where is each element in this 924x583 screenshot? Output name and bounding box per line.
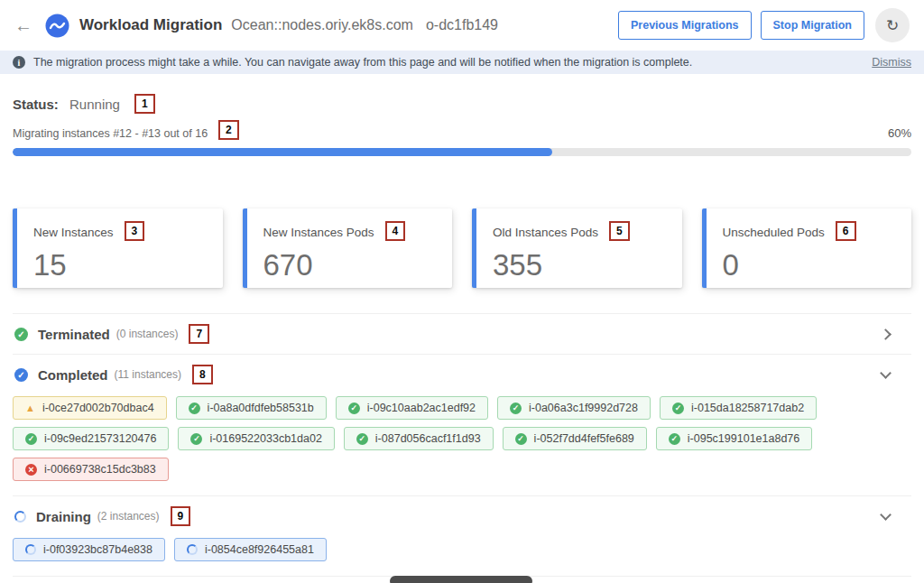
instance-id: i-0ce27d002b70dbac4 (42, 402, 154, 414)
annotation-marker: 6 (836, 221, 856, 241)
spinner-icon (187, 544, 198, 555)
migrating-instances-text: Migrating instances #12 - #13 out of 16 (13, 127, 208, 140)
spinner-icon (25, 544, 36, 555)
migration-id: o-dc1fb149 (426, 17, 498, 33)
progress-bar-fill (13, 148, 552, 156)
card-label: Old Instances Pods (493, 226, 598, 239)
instance-id: i-0a8a0dfdfeb58531b (208, 402, 314, 414)
check-circle-icon: ✓ (14, 328, 28, 341)
annotation-marker: 3 (125, 221, 145, 241)
success-icon: ✓ (669, 433, 680, 445)
section-draining: Draining (2 instances) 9 i-0f03923bc87b4… (13, 495, 911, 576)
status-label: Status: (13, 97, 59, 112)
card-value: 0 (723, 248, 896, 282)
success-icon: ✓ (356, 433, 368, 445)
instance-sections: ✓ Terminated (0 instances) 7 ✓ Completed… (13, 313, 911, 583)
stat-cards: New Instances3 15 New Instances Pods4 67… (13, 208, 911, 288)
annotation-marker: 2 (218, 120, 239, 140)
success-icon: ✓ (515, 433, 527, 445)
progress-bar (13, 148, 911, 156)
page-title: Workload Migration (79, 16, 222, 34)
status-value: Running (69, 97, 120, 112)
banner-text: The migration process might take a while… (33, 56, 692, 69)
instance-id: i-052f7dd4fef5fe689 (534, 432, 634, 445)
section-completed: ✓ Completed (11 instances) 8 ▲i-0ce27d00… (13, 354, 911, 495)
instance-chip: ✓i-015da18258717dab2 (660, 396, 817, 420)
instance-id: i-087d056cacf1f1d93 (375, 432, 481, 445)
card-label: New Instances Pods (263, 226, 374, 239)
error-icon: × (25, 464, 37, 476)
section-count: (11 instances) (115, 368, 181, 381)
card-value: 355 (493, 248, 666, 282)
instance-id: i-00669738c15dc3b83 (44, 463, 156, 476)
instance-chip: ✓i-052f7dd4fef5fe689 (503, 427, 647, 450)
instance-id: i-015da18258717dab2 (691, 402, 804, 414)
section-count: (2 instances) (97, 510, 160, 523)
success-icon: ✓ (510, 403, 522, 414)
success-icon: ✓ (348, 403, 360, 414)
section-completed-header[interactable]: ✓ Completed (11 instances) 8 (13, 355, 911, 394)
previous-migrations-button[interactable]: Previous Migrations (618, 11, 751, 40)
instance-chip: ✓i-087d056cacf1f1d93 (344, 427, 494, 450)
info-icon: i (13, 56, 25, 69)
chevron-icon[interactable] (880, 329, 892, 340)
chevron-down-icon[interactable] (880, 509, 892, 521)
chevron-down-icon[interactable] (880, 367, 892, 379)
instance-id: i-0a06a3c1f9992d728 (529, 402, 638, 414)
instance-chip: ✓i-09c9ed21573120476 (13, 427, 169, 450)
warning-icon: ▲ (25, 403, 35, 413)
instance-chips: ▲i-0ce27d002b70dbac4✓i-0a8a0dfdfeb58531b… (13, 394, 911, 495)
card-value: 670 (263, 248, 437, 282)
ocean-logo-icon (45, 14, 69, 38)
instance-chip: ✓i-095c199101e1a8d76 (656, 427, 812, 450)
success-icon: ✓ (25, 433, 37, 445)
success-icon: ✓ (672, 403, 684, 414)
instance-chip: i-0f03923bc87b4e838 (13, 538, 165, 561)
instance-id: i-0854ce8f926455a81 (205, 543, 314, 556)
card-label: Unscheduled Pods (723, 226, 825, 239)
back-arrow-icon[interactable]: ← (14, 15, 32, 36)
annotation-marker: 1 (134, 94, 155, 114)
cluster-name: Ocean::nodes.oriy.ek8s.com (231, 17, 413, 33)
check-circle-icon: ✓ (14, 368, 28, 382)
instance-chip: ✓i-0a8a0dfdfeb58531b (176, 396, 327, 420)
section-label: Completed (38, 367, 108, 383)
info-banner: i The migration process might take a whi… (0, 51, 924, 74)
card-unscheduled-pods: Unscheduled Pods6 0 (702, 208, 912, 288)
section-count: (0 instances) (116, 328, 179, 340)
dismiss-link[interactable]: Dismiss (872, 56, 911, 69)
annotation-marker: 5 (609, 221, 630, 241)
section-label: Terminated (38, 327, 110, 342)
migration-progress-row: Migrating instances #12 - #13 out of 16 … (13, 120, 911, 140)
instance-chip: ✓i-0a06a3c1f9992d728 (497, 396, 651, 420)
card-new-instances-pods: New Instances Pods4 670 (243, 208, 453, 288)
instance-chip: ×i-00669738c15dc3b83 (13, 458, 169, 481)
refresh-icon: ↻ (886, 16, 899, 35)
instance-chip: i-0854ce8f926455a81 (174, 538, 327, 561)
bottom-cutoff-tooltip (390, 576, 532, 583)
card-label: New Instances (33, 226, 114, 239)
card-old-instances-pods: Old Instances Pods5 355 (472, 208, 682, 288)
instance-id: i-09c9ed21573120476 (44, 432, 156, 445)
annotation-marker: 9 (171, 506, 191, 526)
section-draining-header[interactable]: Draining (2 instances) 9 (13, 496, 911, 536)
annotation-marker: 7 (189, 324, 209, 344)
instance-chip: ✓i-09c10aab2ac1edf92 (336, 396, 488, 420)
status-row: Status: Running 1 (13, 94, 911, 114)
annotation-marker: 4 (385, 221, 406, 241)
progress-percentage: 60% (888, 126, 911, 140)
card-value: 15 (33, 248, 207, 282)
instance-id: i-0f03923bc87b4e838 (43, 543, 152, 556)
stop-migration-button[interactable]: Stop Migration (761, 11, 865, 40)
card-new-instances: New Instances3 15 (13, 208, 223, 288)
success-icon: ✓ (189, 403, 200, 414)
success-icon: ✓ (190, 433, 202, 445)
instance-chips: i-0f03923bc87b4e838i-0854ce8f926455a81 (13, 536, 911, 576)
section-terminated: ✓ Terminated (0 instances) 7 (13, 313, 911, 354)
section-terminated-header[interactable]: ✓ Terminated (0 instances) 7 (13, 314, 911, 354)
instance-chip: ▲i-0ce27d002b70dbac4 (13, 396, 167, 420)
refresh-button[interactable]: ↻ (875, 8, 910, 42)
section-label: Draining (36, 509, 91, 524)
annotation-marker: 8 (192, 365, 213, 384)
instance-id: i-095c199101e1a8d76 (688, 432, 799, 445)
